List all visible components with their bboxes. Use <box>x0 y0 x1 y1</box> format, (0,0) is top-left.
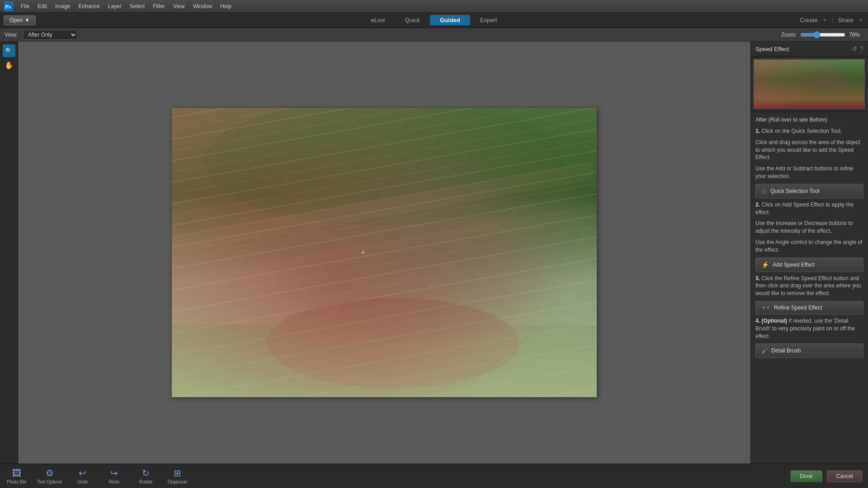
step-2-num: 2. <box>755 202 760 208</box>
left-tools-panel: 🔍 ✋ <box>0 42 18 464</box>
step-4-num: 4. (Optional) <box>755 318 787 324</box>
zoom-label: Zoom: <box>781 32 797 38</box>
mode-expert[interactable]: Expert <box>470 15 507 25</box>
panel-info-icon[interactable]: ? <box>860 45 863 52</box>
menu-window[interactable]: Window <box>189 2 216 10</box>
rotate-label: Rotate <box>139 479 152 484</box>
svg-text:Ps: Ps <box>5 3 11 10</box>
zoom-tool[interactable]: 🔍 <box>3 44 15 57</box>
panel-header: Speed Effect ↺ ? <box>751 42 868 56</box>
step-3-header: 3. Click the Refine Speed Effect button … <box>755 275 863 297</box>
step-1-header: 1. Click on the Quick Selection Tool. <box>755 127 863 135</box>
step-3-num: 3. <box>755 275 760 282</box>
panel-title: Speed Effect <box>755 46 789 52</box>
menu-filter[interactable]: Filter <box>149 2 169 10</box>
undo-icon: ↩ <box>79 468 86 479</box>
quick-selection-icon: ⊙ <box>761 188 767 195</box>
options-bar: View: After Only Before Only Before & Af… <box>0 28 868 42</box>
canvas-image: + <box>172 108 597 397</box>
view-label: View: <box>5 32 18 38</box>
step-1-detail-a: Click and drag across the area of the ob… <box>755 139 863 161</box>
right-panel: Speed Effect ↺ ? After (Roll over to see… <box>750 42 868 464</box>
detail-brush-button[interactable]: 🖌 Detail Brush <box>755 343 863 358</box>
undo-label: Undo <box>77 479 88 484</box>
photo-overlay <box>172 108 597 397</box>
redo-label: Redo <box>109 479 120 484</box>
rotate-icon: ↻ <box>142 468 150 479</box>
mode-elive[interactable]: eLive <box>361 15 395 25</box>
menu-select[interactable]: Select <box>126 2 148 10</box>
bottom-bar: 🖼 Photo Bin ⚙ Tool Options ↩ Undo ↪ Redo… <box>0 464 868 488</box>
quick-selection-button[interactable]: ⊙ Quick Selection Tool <box>755 184 863 198</box>
step-2-detail-b: Use the Angle control to change the angl… <box>755 239 863 254</box>
add-speed-effect-button[interactable]: ⚡ Add Speed Effect <box>755 258 863 272</box>
zoom-tool-icon: 🔍 <box>5 47 12 54</box>
app-logo: Ps <box>4 1 14 11</box>
step-1-detail-b: Use the Add or Subtract buttons to refin… <box>755 165 863 180</box>
step-3-text: Click the Refine Speed Effect button and… <box>755 275 861 297</box>
panel-instructions: After (Roll over to see Before) 1. Click… <box>751 112 868 464</box>
cancel-button[interactable]: Cancel <box>827 470 863 482</box>
step-2-detail-a: Use the Increase or Decrease buttons to … <box>755 220 863 235</box>
main-layout: 🔍 ✋ After × <box>0 42 868 464</box>
photo-bin-tool[interactable]: 🖼 Photo Bin <box>5 468 28 484</box>
add-speed-icon: ⚡ <box>761 261 769 268</box>
redo-tool[interactable]: ↪ Redo <box>103 468 126 484</box>
rotate-tool[interactable]: ↻ Rotate <box>135 468 157 484</box>
tool-options-tool[interactable]: ⚙ Tool Options <box>37 468 62 484</box>
menu-bar: Ps File Edit Image Enhance Layer Select … <box>0 0 868 13</box>
zoom-area: Zoom: 76% <box>781 31 863 38</box>
thumb-sim-bg <box>754 60 864 108</box>
panel-icon-group: ↺ ? <box>852 45 863 52</box>
view-dropdown[interactable]: After Only Before Only Before & After - … <box>23 30 77 40</box>
step-1-text: Click on the Quick Selection Tool. <box>761 128 842 134</box>
menu-layer[interactable]: Layer <box>104 2 125 10</box>
menu-help[interactable]: Help <box>217 2 235 10</box>
thumbnail-image <box>754 59 865 109</box>
mode-quick[interactable]: Quick <box>395 15 430 25</box>
tool-options-label: Tool Options <box>37 479 62 484</box>
create-button[interactable]: Create <box>800 17 817 23</box>
photo-bin-label: Photo Bin <box>7 479 26 484</box>
share-button[interactable]: Share <box>838 17 854 23</box>
zoom-percentage: 76% <box>849 32 863 38</box>
panel-reset-icon[interactable]: ↺ <box>852 45 857 52</box>
menu-edit[interactable]: Edit <box>34 2 51 10</box>
step-2-header: 2. Click on Add Speed Effect to apply th… <box>755 201 863 216</box>
hand-tool[interactable]: ✋ <box>3 59 15 71</box>
refine-speed-label: Refine Speed Effect <box>774 305 822 311</box>
canvas-area: After × + <box>18 42 750 464</box>
quick-selection-label: Quick Selection Tool <box>770 188 820 194</box>
add-speed-label: Add Speed Effect <box>773 262 815 268</box>
photo-bin-icon: 🖼 <box>12 468 21 479</box>
bottom-right-actions: Done Cancel <box>790 470 863 482</box>
hand-tool-icon: ✋ <box>5 61 14 70</box>
redo-icon: ↪ <box>110 468 118 479</box>
detail-brush-label: Detail Brush <box>771 347 801 354</box>
mode-bar: Open ▼ eLive Quick Guided Expert Create … <box>0 13 868 28</box>
svg-point-4 <box>267 298 520 388</box>
after-rollover-text[interactable]: After (Roll over to see Before) <box>755 117 863 123</box>
organizer-label: Organizer <box>168 479 188 484</box>
menu-file[interactable]: File <box>17 2 33 10</box>
create-share-area: Create ▼ | Share ▼ <box>800 17 863 23</box>
undo-tool[interactable]: ↩ Undo <box>71 468 94 484</box>
open-button[interactable]: Open ▼ <box>4 15 36 25</box>
step-2-text: Click on Add Speed Effect to apply the e… <box>755 202 854 216</box>
organizer-tool[interactable]: ⊞ Organizer <box>166 468 189 484</box>
zoom-slider[interactable] <box>800 31 845 38</box>
refine-speed-icon: ✦✦ <box>761 305 770 311</box>
refine-speed-effect-button[interactable]: ✦✦ Refine Speed Effect <box>755 301 863 314</box>
open-dropdown-icon: ▼ <box>24 17 30 23</box>
step-4-header: 4. (Optional) If needed, use the 'Detail… <box>755 317 863 340</box>
menu-view[interactable]: View <box>170 2 189 10</box>
menu-enhance[interactable]: Enhance <box>75 2 103 10</box>
thumbnail-area <box>751 56 868 112</box>
menu-image[interactable]: Image <box>52 2 74 10</box>
organizer-icon: ⊞ <box>174 468 181 479</box>
step-1-num: 1. <box>755 128 760 134</box>
detail-brush-icon: 🖌 <box>761 347 768 354</box>
done-button[interactable]: Done <box>790 470 822 482</box>
open-label: Open <box>9 17 23 23</box>
mode-guided[interactable]: Guided <box>430 15 470 25</box>
